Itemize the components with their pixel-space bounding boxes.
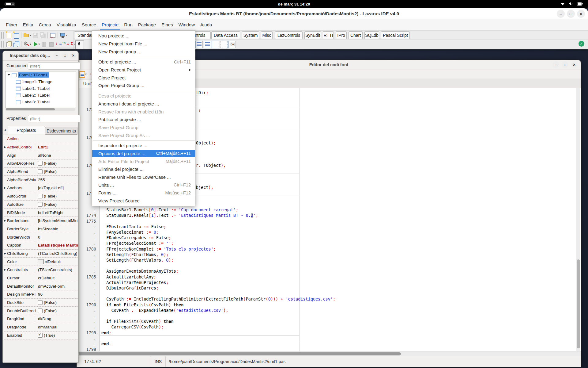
property-value[interactable]: (False) bbox=[36, 309, 78, 313]
code-line[interactable]: 1785 ActualitzarLabelAny; bbox=[77, 274, 581, 280]
property-value[interactable]: Estadístiques Mantis BT bbox=[36, 243, 78, 247]
property-row-cursor[interactable]: CursorcrDefault bbox=[3, 274, 78, 282]
tree-item-label3-tlabel[interactable]: Label3: TLabel bbox=[6, 98, 76, 105]
checkbox-unchecked-icon[interactable] bbox=[38, 300, 43, 305]
property-row-caption[interactable]: CaptionEstadístiques Mantis BT bbox=[3, 241, 78, 250]
system-tray[interactable] bbox=[560, 2, 583, 6]
close-button[interactable]: ✕ bbox=[577, 10, 585, 18]
code-line[interactable]: . if FileExists(CsvPath) then bbox=[77, 319, 581, 324]
property-value[interactable]: (False) bbox=[36, 300, 78, 305]
code-line[interactable]: . FMostrantTarta := False; bbox=[77, 224, 581, 229]
property-value[interactable]: 96 bbox=[36, 292, 78, 297]
tree-item-label1-tlabel[interactable]: Label1: TLabel bbox=[6, 85, 76, 92]
property-row-bidimode[interactable]: BiDiModebdLeftToRight bbox=[3, 209, 78, 217]
menu-item-new-project-group[interactable]: New Project group ... bbox=[92, 48, 195, 56]
property-row-designtimeppi[interactable]: DesignTimePPI96 bbox=[3, 290, 78, 299]
tlistbox-icon[interactable] bbox=[195, 41, 203, 48]
menu-item-open-recent-project[interactable]: Open Recent Project bbox=[92, 66, 195, 74]
ed-minimize-button[interactable]: – bbox=[552, 61, 559, 68]
property-row-docksite[interactable]: DockSite(False) bbox=[3, 299, 78, 307]
menubar-item-projecte[interactable]: Projecte bbox=[99, 19, 121, 30]
code-line[interactable]: . CarregarCSV(CsvPath); bbox=[77, 324, 581, 330]
menubar-item-ajuda[interactable]: Ajuda bbox=[198, 19, 215, 30]
dropdown-arrow-icon[interactable]: ▾ bbox=[39, 43, 40, 46]
code-line[interactable]: . bbox=[77, 335, 581, 341]
toolbar-grip[interactable] bbox=[1, 32, 4, 39]
monitor-icon[interactable] bbox=[59, 32, 66, 39]
dropdown-arrow-icon[interactable]: ▾ bbox=[30, 34, 31, 37]
palette-tab-misc[interactable]: Misc bbox=[261, 31, 273, 39]
tab-esdeveniments[interactable]: Esdeveniments bbox=[45, 127, 77, 135]
property-value[interactable]: (False) bbox=[36, 161, 78, 166]
palette-ok-icon[interactable]: ✓ bbox=[579, 41, 584, 47]
tree-hscrollbar[interactable] bbox=[5, 108, 75, 111]
property-value[interactable]: dkDrag bbox=[36, 316, 78, 321]
tpanel-icon[interactable] bbox=[212, 41, 219, 48]
palette-tab-chart[interactable]: Chart bbox=[349, 31, 363, 39]
toolbar-grip[interactable] bbox=[1, 41, 4, 48]
palette-tab-system[interactable]: System bbox=[242, 31, 259, 39]
menubar-item-eines[interactable]: Eines bbox=[159, 19, 176, 30]
code-line[interactable]: . FDadesCarregades := False; bbox=[77, 235, 581, 240]
property-row-borderwidth[interactable]: BorderWidth0 bbox=[3, 233, 78, 241]
code-line[interactable]: . SetLength(FChartNoms, 0); bbox=[77, 252, 581, 257]
clock[interactable]: de març 31 14:20 bbox=[0, 0, 588, 8]
property-row-bordericons[interactable]: ▶BorderIcons[biSystemMenu,biMinimize,biM… bbox=[3, 217, 78, 225]
code-line[interactable]: . CsvPath := ExpandFileName('estadistiqu… bbox=[77, 308, 581, 313]
code-line[interactable]: . ActualitzarMenuProjectes; bbox=[77, 280, 581, 285]
menubar-item-fitxer[interactable]: Fitxer bbox=[3, 19, 20, 30]
object-inspector-titlebar[interactable]: Inspector dels obj... – □ ✕ bbox=[3, 51, 78, 61]
code-line[interactable]: . bbox=[77, 291, 581, 296]
property-value[interactable]: (True) bbox=[36, 333, 78, 338]
oi-minimize-button[interactable]: – bbox=[53, 52, 60, 59]
code-line[interactable]: . FAnySeleccionat := 0; bbox=[77, 229, 581, 235]
palette-tab-sqldb[interactable]: SQLdb bbox=[364, 31, 379, 39]
property-value[interactable]: [biSystemMenu,biMinimize,biMaximize] bbox=[36, 218, 78, 223]
property-row-enabled[interactable]: Enabled(True) bbox=[3, 332, 78, 340]
new-unit-icon[interactable] bbox=[6, 32, 12, 39]
code-line[interactable]: . StatusBar1.Panels[0].Text := 'Cap docu… bbox=[77, 207, 581, 213]
tframe-icon[interactable] bbox=[220, 41, 228, 48]
menu-item-publica-el-projecte[interactable]: Publica el projecte ... bbox=[92, 116, 195, 124]
oi-maximize-button[interactable]: □ bbox=[62, 52, 68, 59]
palette-tab-synedit[interactable]: SynEdit bbox=[304, 31, 321, 39]
editor-vscrollbar[interactable] bbox=[576, 88, 580, 351]
menu-item-nou-projecte[interactable]: Nou projecte ... bbox=[92, 32, 195, 40]
jump-dropdown-icon[interactable]: ▾ bbox=[85, 72, 87, 76]
property-value[interactable]: clDefault bbox=[36, 259, 78, 264]
property-row-constraints[interactable]: ▶Constraints(TSizeConstraints) bbox=[3, 266, 78, 274]
code-line[interactable]: 1774 StatusBar1.Panels[1].Text := 'Estad… bbox=[77, 213, 581, 218]
code-line[interactable]: . FProjecteSeleccionat := ''; bbox=[77, 240, 581, 246]
property-value[interactable]: [akTop,akLeft] bbox=[36, 186, 78, 190]
code-line[interactable]: 1780 FProjecteNomComplet := 'Tots els pr… bbox=[77, 246, 581, 252]
property-value[interactable]: bdLeftToRight bbox=[36, 210, 78, 215]
menubar-item-run[interactable]: Run bbox=[121, 19, 135, 30]
property-expander[interactable]: ▶ bbox=[3, 219, 7, 222]
menu-item-obre-el-projecte[interactable]: Obre el projecte ...Ctrl+F11 bbox=[92, 58, 195, 66]
tab-scroll-left-icon[interactable]: ◂ bbox=[4, 128, 6, 132]
property-row-childsizing[interactable]: ▶ChildSizing(TControlChildSizing) bbox=[3, 250, 78, 258]
palette-tab-pascal-script[interactable]: Pascal Script bbox=[381, 31, 410, 39]
tree-item-label2-tlabel[interactable]: Label2: TLabel bbox=[6, 92, 76, 98]
property-expander[interactable]: ▶ bbox=[3, 252, 7, 255]
property-row-anchors[interactable]: ▶Anchors[akTop,akLeft] bbox=[3, 184, 78, 192]
checkbox-unchecked-icon[interactable] bbox=[38, 202, 43, 207]
menu-item-elimina-del-projecte[interactable]: Elimina del projecte ... bbox=[92, 165, 195, 173]
property-value[interactable]: (False) bbox=[36, 194, 78, 198]
open-icon[interactable] bbox=[23, 32, 30, 39]
property-row-alphablendvalue[interactable]: AlphaBlendValue255 bbox=[3, 176, 78, 184]
minimize-button[interactable]: – bbox=[557, 10, 565, 18]
properties-filter-input[interactable] bbox=[28, 115, 81, 122]
property-row-dragkind[interactable]: DragKinddkDrag bbox=[3, 315, 78, 323]
menubar-item-package[interactable]: Package bbox=[135, 19, 159, 30]
menubar-item-edita[interactable]: Edita bbox=[20, 19, 36, 30]
property-row-dragmode[interactable]: DragModedmManual bbox=[3, 323, 78, 332]
property-value[interactable]: 0 bbox=[36, 235, 78, 240]
step-into-icon[interactable] bbox=[55, 41, 62, 48]
code-line[interactable]: . bbox=[77, 263, 581, 268]
property-value[interactable]: alNone bbox=[36, 153, 78, 158]
property-value[interactable]: (False) bbox=[36, 169, 78, 174]
property-row-action[interactable]: Action bbox=[3, 135, 78, 143]
checkbox-unchecked-icon[interactable] bbox=[38, 309, 43, 313]
oi-close-button[interactable]: ✕ bbox=[70, 52, 77, 59]
